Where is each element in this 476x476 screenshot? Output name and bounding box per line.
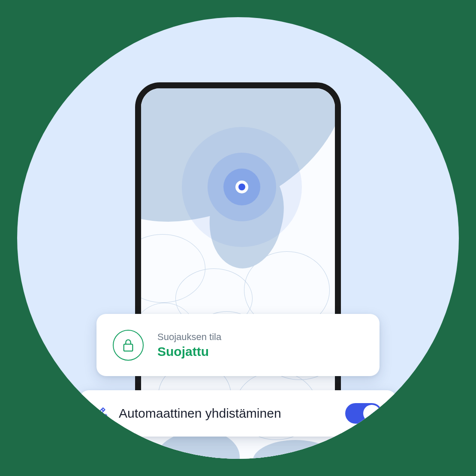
lock-icon-circle: [113, 330, 144, 361]
status-label: Suojauksen tila: [157, 331, 221, 343]
protection-status-card[interactable]: Suojauksen tila Suojattu: [96, 314, 380, 376]
auto-connect-toggle[interactable]: [345, 403, 382, 424]
lock-icon: [122, 338, 134, 352]
location-dot: [235, 181, 248, 193]
toggle-knob: [363, 405, 380, 422]
map-water: [253, 440, 338, 459]
status-value: Suojattu: [157, 344, 221, 359]
magic-wand-icon: [94, 406, 108, 421]
status-text-block: Suojauksen tila Suojattu: [157, 331, 221, 359]
location-dot-inner: [238, 184, 245, 190]
auto-connect-label: Automaattinen yhdistäminen: [119, 406, 335, 421]
svg-rect-0: [124, 344, 133, 351]
auto-connect-card[interactable]: Automaattinen yhdistäminen: [79, 390, 397, 437]
background-circle: Suojauksen tila Suojattu Automaattinen y…: [17, 17, 459, 459]
